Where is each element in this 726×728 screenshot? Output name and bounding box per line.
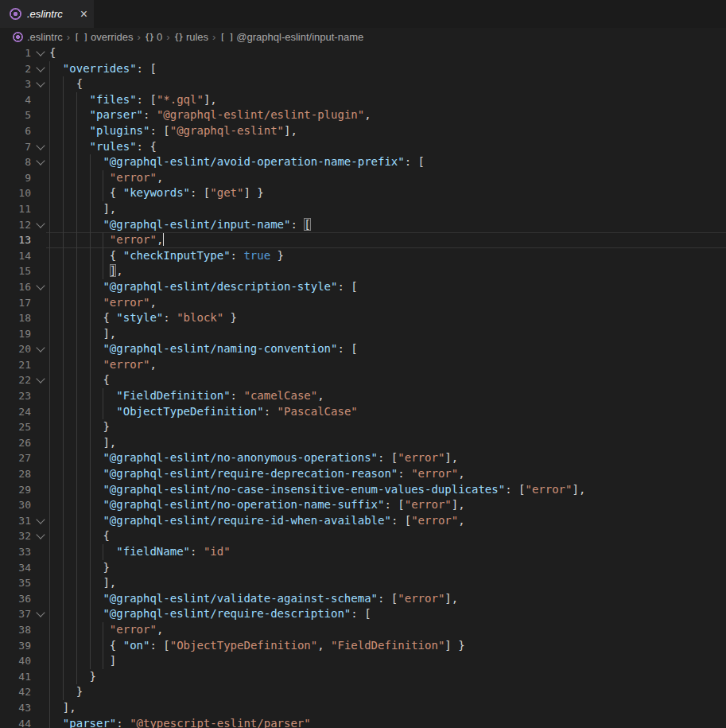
line-number: 40 [0, 653, 31, 669]
indent-guide [49, 606, 50, 622]
code-line[interactable]: 7 "rules": { [0, 139, 726, 155]
code-line[interactable]: 29 "@graphql-eslint/no-case-insensitive-… [0, 482, 726, 498]
fold-chevron-icon[interactable] [31, 528, 49, 544]
fold-chevron-icon[interactable] [31, 45, 49, 61]
code-line[interactable]: 33 "fieldName": "id" [0, 544, 726, 560]
breadcrumb-item--graphql-eslint-input-name[interactable]: [ ]@graphql-eslint/input-name [219, 31, 363, 43]
code-line[interactable]: 16 "@graphql-eslint/description-style": … [0, 279, 726, 295]
fold-chevron-icon[interactable] [31, 61, 49, 77]
indent-guide [49, 684, 50, 700]
code-line[interactable]: 31 "@graphql-eslint/require-id-when-avai… [0, 513, 726, 529]
indent-guide [76, 606, 77, 622]
breadcrumb-item--eslintrc[interactable]: .eslintrc [13, 31, 63, 43]
code-line[interactable]: 11 ], [0, 201, 726, 217]
fold-chevron-icon[interactable] [31, 513, 49, 529]
line-number: 10 [0, 185, 31, 201]
fold-chevron-icon[interactable] [31, 217, 49, 233]
code-line[interactable]: 39 { "on": ["ObjectTypeDefinition", "Fie… [0, 638, 726, 654]
code-line[interactable]: 24 "ObjectTypeDefinition": "PascalCase" [0, 404, 726, 420]
breadcrumb-label: @graphql-eslint/input-name [236, 31, 363, 43]
fold-chevron-icon[interactable] [31, 154, 49, 170]
line-number: 1 [0, 45, 31, 61]
breadcrumb-item-0[interactable]: {}0 [145, 31, 162, 43]
code-editor[interactable]: 1{2 "overrides": [3 {4 "files": ["*.gql"… [0, 45, 726, 728]
code-line[interactable]: 1{ [0, 45, 726, 61]
line-number: 34 [0, 560, 31, 576]
code-line[interactable]: 25 } [0, 419, 726, 435]
code-line[interactable]: 26 ], [0, 435, 726, 451]
indent-guide [90, 341, 91, 357]
close-icon[interactable]: × [80, 8, 87, 21]
indent-guide [63, 497, 64, 513]
code-line[interactable]: 20 "@graphql-eslint/naming-convention": … [0, 341, 726, 357]
line-number: 24 [0, 404, 31, 420]
fold-spacer [31, 419, 49, 435]
code-line[interactable]: 22 { [0, 372, 726, 388]
code-line[interactable]: 23 "FieldDefinition": "camelCase", [0, 388, 726, 404]
fold-chevron-icon[interactable] [31, 139, 49, 155]
indent-guide [49, 669, 50, 685]
code-line[interactable]: 5 "parser": "@graphql-eslint/eslint-plug… [0, 107, 726, 123]
code-line[interactable]: 9 "error", [0, 170, 726, 186]
code-line[interactable]: 35 ], [0, 575, 726, 591]
code-line[interactable]: 32 { [0, 528, 726, 544]
indent-guide [76, 544, 77, 560]
code-line[interactable]: 18 { "style": "block" } [0, 310, 726, 326]
indent-guide [49, 357, 50, 373]
indent-guide [90, 248, 91, 264]
code-line[interactable]: 15 ], [0, 263, 726, 279]
fold-chevron-icon[interactable] [31, 279, 49, 295]
code-text: ], [49, 201, 726, 217]
code-line[interactable]: 19 ], [0, 326, 726, 342]
code-line[interactable]: 4 "files": ["*.gql"], [0, 92, 726, 108]
code-line[interactable]: 28 "@graphql-eslint/require-deprecation-… [0, 466, 726, 482]
breadcrumb-label: .eslintrc [27, 31, 63, 43]
indent-guide [63, 404, 64, 420]
fold-chevron-icon[interactable] [31, 372, 49, 388]
indent-guide [63, 154, 64, 170]
code-line[interactable]: 3 { [0, 76, 726, 92]
code-line[interactable]: 40 ] [0, 653, 726, 669]
indent-guide [103, 170, 103, 186]
code-line[interactable]: 12 "@graphql-eslint/input-name": [ [0, 217, 726, 233]
fold-spacer [31, 107, 49, 123]
code-line[interactable]: 44 "parser": "@typescript-eslint/parser" [0, 716, 726, 728]
fold-spacer [31, 201, 49, 217]
line-number: 6 [0, 123, 31, 139]
code-line[interactable]: 43 ], [0, 700, 726, 716]
code-text: "error", [49, 170, 726, 186]
indent-guide [76, 591, 77, 607]
breadcrumb-item-overrides[interactable]: [ ]overrides [74, 31, 133, 43]
code-line[interactable]: 34 } [0, 560, 726, 576]
fold-spacer [31, 326, 49, 342]
breadcrumb-item-rules[interactable]: {}rules [174, 31, 208, 43]
code-text: "error", [49, 357, 726, 373]
code-line[interactable]: 42 } [0, 684, 726, 700]
fold-spacer [31, 669, 49, 685]
code-line[interactable]: 14 { "checkInputType": true } [0, 248, 726, 264]
code-line[interactable]: 36 "@graphql-eslint/validate-against-sch… [0, 591, 726, 607]
fold-spacer [31, 404, 49, 420]
code-line[interactable]: 2 "overrides": [ [0, 61, 726, 77]
indent-guide [76, 123, 77, 139]
indent-guide [90, 232, 91, 248]
code-line[interactable]: 13 "error", [0, 232, 726, 248]
code-line[interactable]: 38 "error", [0, 622, 726, 638]
code-line[interactable]: 6 "plugins": ["@graphql-eslint"], [0, 123, 726, 139]
fold-spacer [31, 263, 49, 279]
code-line[interactable]: 10 { "keywords": ["get"] } [0, 185, 726, 201]
line-number: 23 [0, 388, 31, 404]
indent-guide [90, 279, 91, 295]
fold-chevron-icon[interactable] [31, 341, 49, 357]
code-line[interactable]: 21 "error", [0, 357, 726, 373]
indent-guide [49, 154, 50, 170]
fold-chevron-icon[interactable] [31, 76, 49, 92]
tab-eslintrc[interactable]: .eslintrc × [0, 0, 94, 28]
code-line[interactable]: 30 "@graphql-eslint/no-operation-name-su… [0, 497, 726, 513]
code-line[interactable]: 27 "@graphql-eslint/no-anonymous-operati… [0, 450, 726, 466]
code-line[interactable]: 41 } [0, 669, 726, 685]
code-line[interactable]: 8 "@graphql-eslint/avoid-operation-name-… [0, 154, 726, 170]
fold-chevron-icon[interactable] [31, 606, 49, 622]
code-line[interactable]: 37 "@graphql-eslint/require-description"… [0, 606, 726, 622]
code-line[interactable]: 17 "error", [0, 295, 726, 311]
